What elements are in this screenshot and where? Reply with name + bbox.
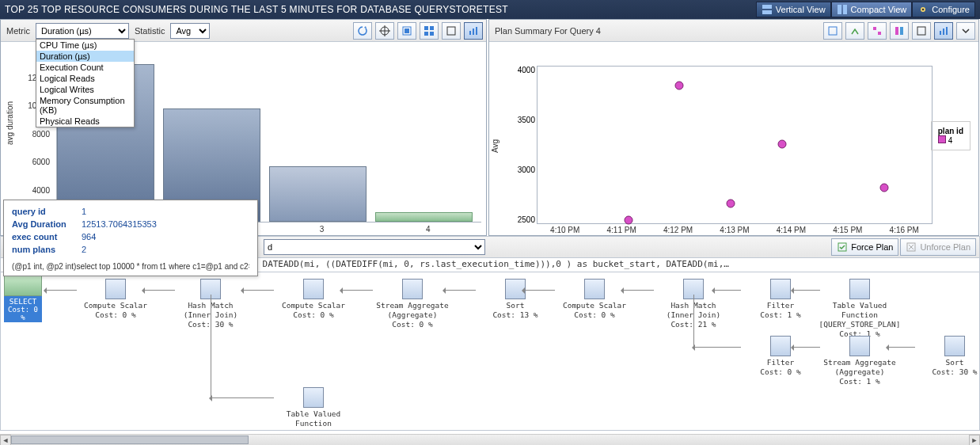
svg-rect-14: [430, 32, 434, 36]
svg-rect-15: [447, 27, 455, 35]
scrollbar-thumb[interactable]: [11, 435, 249, 444]
gear-icon: [917, 4, 929, 15]
dropdown-button[interactable]: [956, 22, 975, 40]
svg-rect-24: [917, 27, 925, 35]
arrow-icon: [45, 290, 77, 291]
bar-3[interactable]: [269, 166, 367, 222]
metric-option[interactable]: Execution Count: [36, 62, 134, 73]
metric-select[interactable]: Duration (µs): [36, 23, 129, 39]
plan-node[interactable]: FilterCost: 1 %: [737, 279, 824, 320]
svg-rect-16: [469, 31, 471, 35]
connector: [211, 295, 211, 397]
header-view-buttons: Vertical View Compact View Configure: [756, 2, 975, 17]
layout-compact-icon: [837, 4, 848, 15]
plan-node[interactable]: Compute ScalarCost: 0 %: [270, 279, 357, 320]
plan-node[interactable]: SortCost: 13 %: [472, 279, 559, 320]
layout-vertical-icon: [762, 4, 773, 15]
metric-option[interactable]: Logical Reads: [36, 73, 134, 84]
scroll-right-button[interactable]: ►: [969, 435, 980, 445]
chart-view-button[interactable]: [464, 22, 483, 40]
svg-rect-1: [762, 10, 772, 14]
arrow-icon: [211, 397, 274, 398]
right-toolbar: Plan Summary For Query 4: [489, 20, 978, 42]
right-panel: Plan Summary For Query 4 Avg 4000 3500 3…: [488, 19, 979, 236]
metric-option[interactable]: Physical Reads: [36, 116, 134, 127]
y-axis-label: Avg: [491, 139, 499, 153]
svg-point-5: [922, 9, 925, 11]
unforce-plan-button[interactable]: Unforce Plan: [900, 238, 976, 256]
execution-plan[interactable]: SELECT Cost: 0 % Compute ScalarCost: 0 %…: [0, 272, 980, 431]
metric-option[interactable]: Memory Consumption (KB): [36, 95, 134, 116]
arrow-icon: [693, 347, 741, 348]
plan-node[interactable]: Stream Aggregate(Aggregate)Cost: 0 %: [369, 279, 456, 329]
plan-node-icon: [849, 336, 870, 356]
configure-button[interactable]: Configure: [912, 2, 975, 17]
bar-tooltip: query id1 Avg Duration12513.7064315353 e…: [3, 200, 258, 276]
compare-button[interactable]: [845, 22, 864, 40]
plan-button-2[interactable]: [890, 22, 909, 40]
metric-select-wrap: Duration (µs) CPU Time (µs) Duration (µs…: [36, 23, 129, 39]
plan-node[interactable]: Table Valued Function[QUERY_STORE_PLAN]C…: [270, 387, 357, 431]
plan-node[interactable]: FilterCost: 0 %: [737, 336, 824, 377]
svg-rect-13: [424, 32, 428, 36]
track-button[interactable]: [375, 22, 394, 40]
data-point[interactable]: [675, 82, 684, 90]
metric-label: Metric: [4, 26, 32, 36]
compact-view-button[interactable]: Compact View: [831, 2, 913, 17]
svg-rect-12: [430, 26, 434, 30]
arrow-icon: [792, 290, 820, 291]
svg-rect-0: [762, 5, 772, 9]
data-point[interactable]: [880, 183, 889, 192]
arrow-icon: [242, 290, 274, 291]
legend: plan id 4: [931, 121, 971, 150]
arrow-icon: [341, 290, 373, 291]
svg-rect-21: [878, 32, 881, 35]
plan-button-1[interactable]: [868, 22, 887, 40]
plan-node[interactable]: SortCost: 30 %: [911, 336, 980, 377]
svg-rect-22: [895, 27, 898, 35]
left-toolbar: Metric Duration (µs) CPU Time (µs) Durat…: [1, 20, 486, 42]
vertical-view-button[interactable]: Vertical View: [756, 2, 831, 17]
svg-rect-25: [940, 31, 941, 35]
plan-node-icon: [584, 279, 605, 299]
secondary-select[interactable]: d: [264, 239, 485, 255]
plan-node-icon: [303, 279, 324, 299]
svg-rect-23: [900, 27, 903, 35]
svg-rect-27: [946, 27, 948, 35]
refresh-button[interactable]: [823, 22, 842, 40]
data-point[interactable]: [727, 199, 735, 207]
refresh-button[interactable]: [353, 22, 372, 40]
svg-rect-2: [838, 5, 841, 14]
title-bar: TOP 25 TOP RESOURCE CONSUMERS DURING THE…: [0, 0, 980, 19]
statistic-select[interactable]: Avg: [170, 23, 210, 39]
metric-option[interactable]: CPU Time (µs): [36, 40, 134, 51]
svg-rect-19: [829, 27, 837, 35]
force-plan-button[interactable]: Force Plan: [831, 238, 898, 256]
data-point[interactable]: [624, 215, 632, 224]
chart-view-button[interactable]: [934, 22, 953, 40]
bar-4[interactable]: [375, 212, 473, 222]
plan-node[interactable]: Compute ScalarCost: 0 %: [72, 279, 159, 320]
grid-button[interactable]: [912, 22, 931, 40]
arrow-icon: [792, 347, 820, 348]
plan-node[interactable]: Table Valued Function[QUERY_STORE_PLAN]C…: [816, 279, 903, 339]
y-axis-label: avg duration: [6, 101, 14, 145]
plan-node[interactable]: Compute ScalarCost: 0 %: [551, 279, 638, 320]
detail-button[interactable]: [397, 22, 416, 40]
grid-button[interactable]: [420, 22, 439, 40]
plan-summary-title: Plan Summary For Query 4: [492, 26, 603, 36]
horizontal-scrollbar[interactable]: ◄ ►: [0, 434, 980, 445]
statistic-label: Statistic: [132, 26, 168, 36]
svg-rect-11: [424, 26, 428, 30]
arrow-icon: [887, 347, 915, 348]
arrow-icon: [444, 290, 476, 291]
page-title: TOP 25 TOP RESOURCE CONSUMERS DURING THE…: [5, 4, 508, 15]
scatter-plot[interactable]: [537, 66, 933, 224]
plan-node[interactable]: Stream Aggregate(Aggregate)Cost: 1 %: [816, 336, 903, 386]
data-point[interactable]: [777, 139, 786, 148]
metric-option[interactable]: Duration (µs): [36, 51, 134, 62]
new-window-button[interactable]: [442, 22, 461, 40]
scroll-left-button[interactable]: ◄: [0, 435, 11, 445]
select-node[interactable]: SELECT Cost: 0 %: [4, 296, 42, 322]
metric-option[interactable]: Logical Writes: [36, 84, 134, 95]
